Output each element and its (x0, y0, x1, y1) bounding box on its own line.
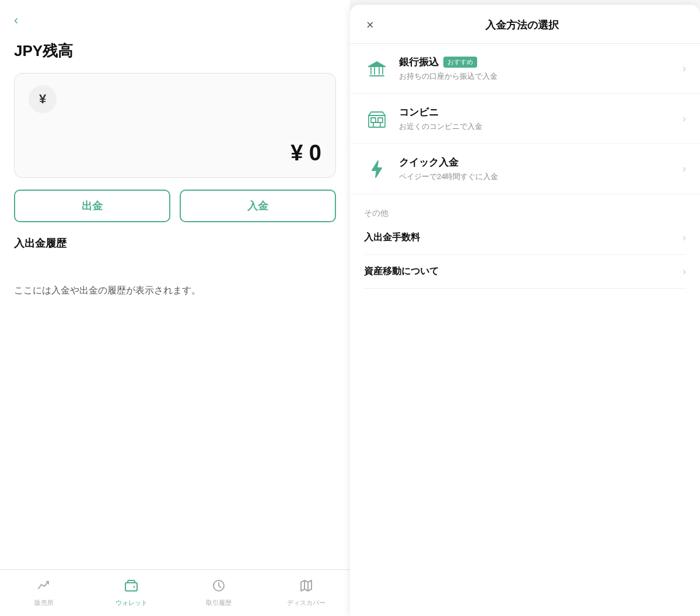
balance-amount: ¥ 0 (29, 129, 321, 166)
balance-card: ¥ ¥ 0 (14, 73, 336, 178)
fees-option[interactable]: 入出金手数料 › (364, 221, 686, 255)
bank-icon-wrap (364, 56, 390, 82)
svg-rect-17 (378, 118, 383, 123)
bank-chevron-icon: › (682, 62, 686, 75)
bank-payment-name: 銀行振込 (399, 55, 439, 69)
quick-payment-name: クイック入金 (399, 156, 459, 169)
other-section-label: その他 (364, 208, 686, 219)
right-panel: × 入金方法の選択 銀行振込 おすすめ お持ちの口座から振込で入金 › (350, 5, 700, 616)
map-icon (299, 579, 313, 596)
transfer-chevron-icon: › (682, 265, 686, 278)
history-icon (212, 579, 226, 596)
chart-icon (37, 579, 51, 596)
back-button[interactable]: ‹ (14, 12, 23, 29)
recommended-badge: おすすめ (443, 57, 477, 68)
bottom-nav: 販売所 ウォレット 取引履歴 (0, 569, 350, 616)
transfer-label: 資産移動について (364, 265, 439, 278)
history-empty-message: ここには入金や出金の履歴が表示されます。 (0, 260, 350, 321)
nav-item-discover[interactable]: ディスカバー (262, 579, 350, 607)
svg-rect-18 (373, 123, 380, 127)
bank-payment-desc: お持ちの口座から振込で入金 (399, 71, 678, 82)
bank-payment-info: 銀行振込 おすすめ お持ちの口座から振込で入金 (399, 55, 678, 82)
nav-label-history: 取引履歴 (206, 598, 232, 607)
conbini-payment-info: コンビニ お近くのコンビニで入金 (399, 106, 678, 132)
modal-header: × 入金方法の選択 (350, 5, 700, 43)
svg-point-3 (134, 586, 135, 588)
svg-marker-20 (372, 161, 382, 177)
modal-title: 入金方法の選択 (376, 18, 668, 32)
fees-chevron-icon: › (682, 232, 686, 244)
payment-option-quick[interactable]: クイック入金 ペイジーで24時間すぐに入金 › (350, 144, 700, 194)
left-panel: ‹ JPY残高 ¥ ¥ 0 出金 入金 入出金履歴 ここには入金や出金の履歴が表… (0, 0, 350, 616)
quick-payment-info: クイック入金 ペイジーで24時間すぐに入金 (399, 156, 678, 182)
nav-item-wallet[interactable]: ウォレット (88, 579, 175, 607)
svg-marker-5 (301, 580, 312, 591)
wallet-icon (124, 579, 138, 596)
withdraw-button[interactable]: 出金 (14, 190, 170, 222)
currency-icon: ¥ (29, 85, 57, 113)
transfer-option[interactable]: 資産移動について › (364, 255, 686, 289)
nav-label-discover: ディスカバー (287, 598, 326, 607)
other-section: その他 入出金手数料 › 資産移動について › (350, 194, 700, 293)
conbini-payment-desc: お近くのコンビニで入金 (399, 121, 678, 132)
svg-rect-16 (371, 118, 376, 123)
conbini-chevron-icon: › (682, 113, 686, 125)
quick-chevron-icon: › (682, 163, 686, 175)
quick-icon-wrap (364, 156, 390, 182)
close-button[interactable]: × (364, 16, 376, 34)
conbini-icon-wrap (364, 106, 390, 132)
fees-label: 入出金手数料 (364, 232, 420, 244)
quick-payment-desc: ペイジーで24時間すぐに入金 (399, 172, 678, 182)
nav-item-history[interactable]: 取引履歴 (175, 579, 262, 607)
page-title: JPY残高 (0, 35, 350, 73)
left-header: ‹ (0, 0, 350, 35)
svg-rect-2 (125, 583, 137, 591)
payment-option-bank[interactable]: 銀行振込 おすすめ お持ちの口座から振込で入金 › (350, 44, 700, 94)
nav-item-exchange[interactable]: 販売所 (0, 579, 88, 607)
deposit-button[interactable]: 入金 (180, 190, 336, 222)
payment-option-conbini[interactable]: コンビニ お近くのコンビニで入金 › (350, 94, 700, 144)
svg-marker-13 (369, 62, 385, 66)
action-buttons: 出金 入金 (0, 178, 350, 234)
history-section-title: 入出金履歴 (0, 234, 350, 260)
nav-label-exchange: 販売所 (34, 598, 54, 607)
nav-label-wallet: ウォレット (116, 598, 148, 607)
conbini-payment-name: コンビニ (399, 106, 439, 119)
